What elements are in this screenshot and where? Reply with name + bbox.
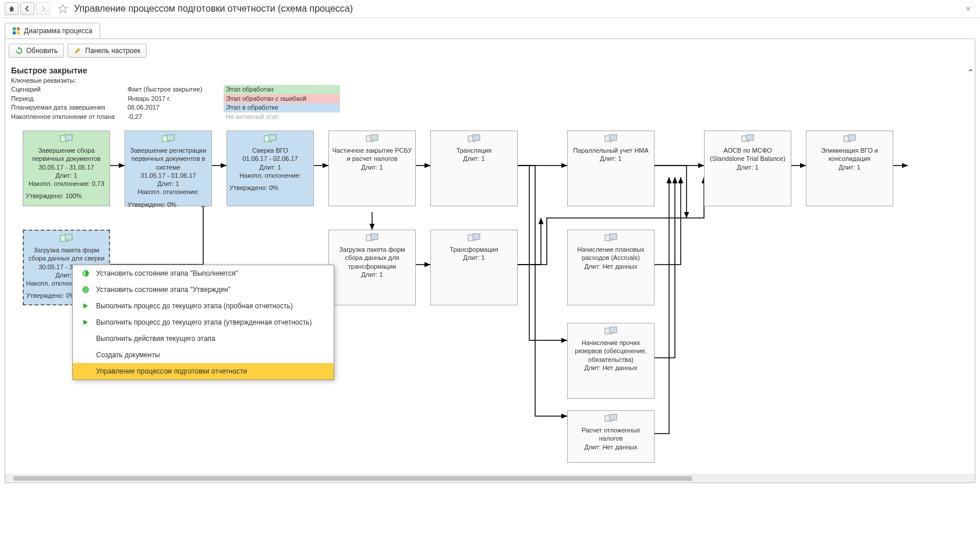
context-run-approved[interactable]: Выполнить процесс до текущего этапа (утв… [73,314,334,330]
window-title: Управление процессом подготовки отчетнос… [74,3,353,14]
scenario-label: Сценарий [11,85,128,94]
scroll-up-icon[interactable] [968,67,974,73]
settings-panel-label: Панель настроек [85,47,140,55]
horizontal-scrollbar[interactable] [5,474,975,483]
context-menu: Установить состояние этапа "Выполняется"… [72,265,334,380]
context-run-current[interactable]: Выполнить действия текущего этапа [73,330,334,347]
planned-value: 08.06.2017 [128,103,224,112]
context-create-docs[interactable]: Создать документы [73,347,334,363]
stage-icon [843,133,857,144]
process-diagram: Завершение сбора первичных документов 30… [5,125,975,474]
node-other-provisions[interactable]: Начисление прочих резервов (обесценение,… [567,323,654,399]
scenario-value: Факт (быстрое закрытие) [128,85,224,94]
deviation-label: Накопленное отклонение от плана [11,112,128,121]
stage-icon [59,133,73,144]
wrench-icon [74,47,82,55]
stage-icon [604,233,618,243]
svg-rect-23 [371,234,378,240]
play-icon [81,301,90,311]
svg-point-33 [83,287,89,293]
stage-icon [467,133,481,144]
stage-icon [604,133,618,144]
context-set-running[interactable]: Установить состояние этапа "Выполняется" [73,265,334,281]
play-icon [81,318,90,327]
legend-inactive: Не активный этап [224,112,340,121]
forward-button[interactable] [36,2,50,15]
node-transformation[interactable]: Трансформация Длит: 1 [430,230,518,305]
svg-rect-21 [65,234,72,240]
context-manage-process[interactable]: Управление процессом подготовки отчетнос… [73,363,334,379]
svg-rect-1 [17,27,20,30]
node-rsbu-partial-close[interactable]: Частичное закрытие РСБУ и расчет налогов… [328,131,416,206]
tab-diagram-label: Диаграмма процесса [24,27,93,35]
stage-icon [161,133,175,144]
node-primary-docs-collection[interactable]: Завершение сбора первичных документов 30… [23,131,110,206]
arrow-right-icon [40,5,47,12]
stage-icon [741,133,755,144]
node-vgo-reconciliation[interactable]: Сверка ВГО 01.06.17 - 02.06.17 Длит: 1 Н… [227,131,314,206]
svg-rect-11 [371,135,378,140]
stage-icon [263,133,277,144]
key-attrs-label: Ключевые реквизиты: [11,76,128,85]
period-value: Январь 2017 г. [128,94,224,103]
legend-progress: Этап в обработке [224,103,340,112]
info-header: Быстрое закрытие Ключевые реквизиты: Сце… [5,62,975,125]
refresh-button[interactable]: Обновить [9,44,64,58]
node-primary-docs-registration[interactable]: Завершение регистрации первичных докумен… [125,131,212,206]
toolbar: Обновить Панель настроек [5,38,975,62]
context-set-approved[interactable]: Установить состояние этапа "Утвержден" [73,281,334,298]
window-header: Управление процессом подготовки отчетнос… [0,0,980,18]
deviation-value: -0,27 [128,112,224,121]
svg-rect-19 [848,135,855,140]
context-run-trial[interactable]: Выполнить процесс до текущего этапа (про… [73,298,334,314]
back-button[interactable] [20,2,34,15]
tab-bar: Диаграмма процесса [5,23,975,38]
stage-icon [604,326,618,336]
home-icon [8,5,15,12]
svg-rect-3 [17,31,20,34]
node-elimination-consolidation[interactable]: Элиминация ВГО и консолидация Длит: 1 [806,131,893,206]
scroll-thumb[interactable] [13,476,692,481]
svg-rect-17 [747,135,753,140]
star-icon [58,3,68,14]
svg-rect-15 [610,135,617,140]
refresh-label: Обновить [26,47,58,55]
svg-rect-31 [610,414,617,420]
content-frame: Быстрое закрытие Ключевые реквизиты: Сце… [5,62,975,483]
svg-rect-29 [610,327,617,333]
status-running-icon [81,269,90,278]
tab-diagram[interactable]: Диаграмма процесса [5,23,100,38]
node-load-transformation-forms[interactable]: Загрузка пакета форм сбора данных для тр… [328,230,416,305]
report-title: Быстрое закрытие [11,66,969,75]
svg-rect-7 [167,135,174,140]
stage-icon [59,233,73,244]
stage-icon [365,133,379,144]
svg-rect-5 [65,135,72,140]
node-translation[interactable]: Трансляция Длит: 1 [430,131,518,206]
svg-rect-27 [610,234,617,240]
stage-icon [604,413,618,424]
legend-done: Этап обработан [224,85,340,94]
svg-rect-13 [473,135,480,140]
legend-error: Этап обработан с ошибкой [224,94,340,103]
svg-rect-9 [269,135,276,140]
svg-rect-25 [473,234,480,240]
favorite-button[interactable] [56,2,69,15]
stage-icon [365,233,379,243]
svg-rect-2 [13,31,16,34]
period-label: Период [11,94,128,103]
node-aosv-ifrs[interactable]: АОСВ по МСФО (Standalone Trial Balance) … [704,131,791,206]
arrow-left-icon [24,5,31,12]
planned-label: Планируемая дата завершения [11,103,128,112]
home-button[interactable] [5,2,19,15]
close-button[interactable]: × [961,4,975,13]
node-accruals[interactable]: Начисление плановых расходов (Accruals) … [567,230,654,305]
settings-panel-button[interactable]: Панель настроек [68,44,147,58]
status-approved-icon [81,285,90,294]
node-deferred-taxes[interactable]: Расчет отложенных налогов Длит: Нет данн… [567,410,654,463]
refresh-icon [15,47,23,55]
diagram-tab-icon [12,27,20,35]
stage-icon [467,233,481,243]
node-parallel-nma[interactable]: Параллельный учет НМА Длит: 1 [567,131,654,206]
svg-rect-0 [13,27,16,30]
